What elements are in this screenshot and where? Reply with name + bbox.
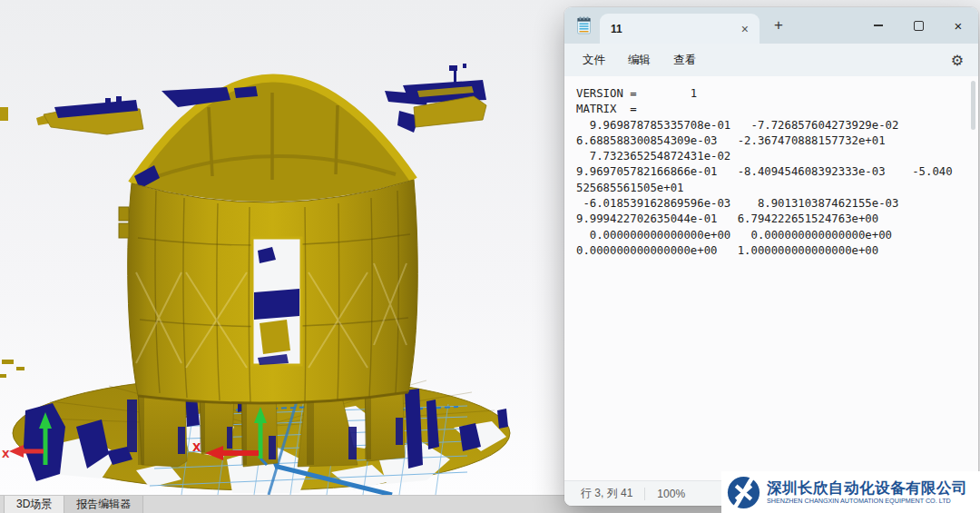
text-line: 0.000000000000000e+00 1.000000000000000e…: [576, 243, 964, 259]
scrollbar-thumb[interactable]: [971, 81, 975, 130]
company-watermark: 深圳长欣自动化设备有限公司 SHENZHEN CHANGXIN AUTOMATI…: [721, 471, 980, 513]
new-tab-button[interactable]: +: [774, 16, 783, 35]
text-line: VERSION = 1: [576, 86, 964, 102]
text-line: 9.969705782166866e-01 -8.409454608392333…: [576, 164, 964, 180]
notepad-titlebar[interactable]: 11 × + ×: [564, 7, 978, 44]
text-editor-area[interactable]: VERSION = 1 MATRIX = 9.969878785335708e-…: [564, 76, 978, 480]
notepad-window: 11 × + × 文件 编辑 查看 ⚙ VERSION = 1 MA: [564, 7, 978, 506]
tab-3d-scene[interactable]: 3D场景: [4, 496, 64, 513]
tab-report-editor[interactable]: 报告编辑器: [64, 496, 143, 513]
cursor-position: 行 3, 列 41: [581, 486, 632, 501]
text-line: 9.969878785335708e-01 -7.726857604273929…: [576, 118, 964, 133]
3d-scene-canvas[interactable]: X X: [0, 0, 563, 495]
menu-view[interactable]: 查看: [664, 48, 705, 73]
company-logo-icon: [727, 476, 760, 509]
menu-file[interactable]: 文件: [573, 48, 614, 73]
minimize-icon: [874, 25, 883, 25]
text-line: 0.000000000000000e+00 0.000000000000000e…: [576, 228, 964, 243]
text-line: 525685561505e+01: [576, 181, 964, 196]
company-name-block: 深圳长欣自动化设备有限公司 SHENZHEN CHANGXIN AUTOMATI…: [767, 480, 967, 504]
model-left-wing: [36, 96, 143, 134]
text-line: 7.732365254872431e-02: [576, 149, 964, 164]
close-button[interactable]: ×: [938, 7, 978, 44]
notepad-tab-title: 11: [611, 23, 622, 35]
axis-x-label: X: [192, 441, 201, 454]
model-body: [0, 64, 486, 403]
tab-close-button[interactable]: ×: [741, 22, 749, 36]
menu-edit[interactable]: 编辑: [619, 48, 660, 73]
text-line: -6.018539162869596e-03 8.901310387462155…: [576, 196, 964, 212]
app-window: X X 3D场景 报告编辑器: [0, 0, 980, 513]
notepad-tab[interactable]: 11 ×: [600, 14, 760, 44]
text-line: 9.999422702635044e-01 6.794222651524763e…: [576, 212, 964, 227]
model-right-wing: [403, 64, 486, 127]
company-name-en: SHENZHEN CHANGXIN AUTOMATION EQUIPMENT C…: [767, 498, 967, 504]
statusbar-divider: [644, 488, 645, 500]
minimize-button[interactable]: [858, 7, 898, 44]
window-controls: ×: [858, 7, 978, 44]
settings-gear-icon[interactable]: ⚙: [951, 52, 964, 69]
zoom-level: 100%: [657, 488, 685, 500]
text-line: 6.688588300854309e-03 -2.367470888157732…: [576, 133, 964, 149]
axis-x-label: X: [2, 449, 10, 460]
scrollbar[interactable]: [968, 78, 976, 478]
maximize-button[interactable]: [898, 7, 938, 44]
model-window-opening: [252, 238, 301, 365]
notepad-menubar: 文件 编辑 查看 ⚙: [564, 44, 978, 76]
company-name-cn: 深圳长欣自动化设备有限公司: [767, 480, 967, 496]
maximize-icon: [914, 21, 924, 31]
notepad-icon: [576, 16, 592, 35]
text-line: MATRIX =: [576, 102, 964, 117]
